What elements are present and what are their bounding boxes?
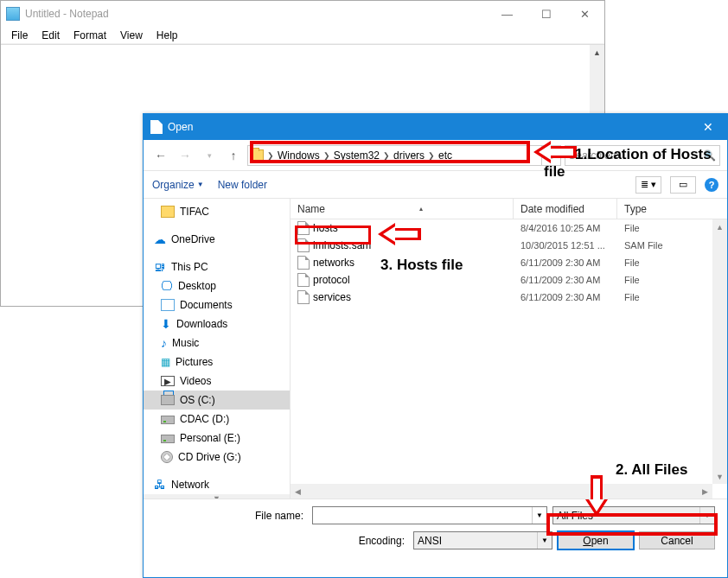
- menu-format[interactable]: Format: [67, 29, 113, 41]
- newfolder-button[interactable]: New folder: [218, 179, 267, 191]
- nav-up-button[interactable]: ↑: [223, 145, 244, 166]
- scroll-up-icon[interactable]: ▲: [590, 45, 604, 60]
- cancel-button[interactable]: Cancel: [639, 531, 715, 549]
- drive-icon: [161, 416, 175, 424]
- help-icon[interactable]: ?: [705, 178, 718, 192]
- file-vscroll[interactable]: ▲ ▼: [712, 219, 727, 484]
- column-name[interactable]: Name▴: [291, 199, 514, 219]
- column-headers: Name▴ Date modified Type: [291, 199, 727, 219]
- nav-recent-button[interactable]: ▾: [199, 145, 220, 166]
- sort-asc-icon: ▴: [419, 205, 423, 213]
- close-button[interactable]: ✕: [565, 1, 604, 27]
- menu-help[interactable]: Help: [150, 29, 185, 41]
- filename-input[interactable]: ▼: [312, 506, 547, 524]
- nav-sidebar: TIFAC ☁OneDrive 🖳This PC 🖵Desktop Docume…: [144, 199, 291, 499]
- sidebar-item-personal[interactable]: Personal (E:): [144, 429, 290, 448]
- sidebar-item-music[interactable]: ♪Music: [144, 333, 290, 353]
- chevron-right-icon[interactable]: ❯: [267, 151, 274, 160]
- nav-back-button[interactable]: ←: [150, 145, 171, 166]
- scroll-left-icon[interactable]: ◀: [291, 484, 305, 499]
- menu-edit[interactable]: Edit: [35, 29, 67, 41]
- search-placeholder: Search etc: [569, 149, 618, 162]
- sidebar-item-cddrive[interactable]: CD Drive (G:): [144, 448, 290, 467]
- sidebar-item-desktop[interactable]: 🖵Desktop: [144, 276, 290, 295]
- open-dialog: Open ✕ ← → ▾ ↑ ❯ Windows ❯ System32 ❯ dr…: [143, 113, 728, 578]
- open-button[interactable]: Open: [558, 531, 634, 549]
- documents-icon: [161, 299, 175, 311]
- downloads-icon: ⬇: [161, 317, 171, 331]
- cd-icon: [161, 451, 173, 463]
- filename-label: File name:: [156, 510, 307, 522]
- column-date[interactable]: Date modified: [514, 199, 617, 219]
- desktop-icon: 🖵: [161, 279, 173, 293]
- file-row[interactable]: networks 6/11/2009 2:30 AM File: [291, 254, 727, 271]
- crumb-etc[interactable]: etc: [435, 149, 456, 162]
- minimize-button[interactable]: —: [488, 1, 527, 27]
- maximize-button[interactable]: ☐: [527, 1, 565, 27]
- sidebar-item-documents[interactable]: Documents: [144, 295, 290, 314]
- file-icon: [297, 290, 310, 304]
- sidebar-item-thispc[interactable]: 🖳This PC: [144, 257, 290, 276]
- scroll-right-icon[interactable]: ▶: [698, 484, 712, 499]
- dialog-close-button[interactable]: ✕: [688, 114, 727, 140]
- organize-button[interactable]: Organize▼: [152, 179, 204, 191]
- pictures-icon: ▦: [161, 356, 170, 368]
- search-input[interactable]: Search etc 🔍: [565, 145, 720, 166]
- crumb-drivers[interactable]: drivers: [390, 149, 428, 162]
- music-icon: ♪: [161, 336, 167, 350]
- refresh-button[interactable]: ↻: [541, 146, 560, 165]
- breadcrumb[interactable]: ❯ Windows ❯ System32 ❯ drivers ❯ etc ↻: [247, 145, 561, 166]
- file-row[interactable]: services 6/11/2009 2:30 AM File: [291, 289, 727, 306]
- chevron-down-icon[interactable]: ▼: [537, 532, 552, 549]
- notepad-titlebar[interactable]: Untitled - Notepad — ☐ ✕: [1, 1, 604, 27]
- menu-file[interactable]: File: [4, 29, 35, 41]
- file-rows: hosts 8/4/2016 10:25 AM File lmhosts.sam…: [291, 219, 727, 484]
- chevron-down-icon[interactable]: ▼: [699, 507, 714, 524]
- chevron-down-icon[interactable]: ▼: [532, 507, 546, 524]
- chevron-right-icon[interactable]: ❯: [428, 151, 435, 160]
- sidebar-item-downloads[interactable]: ⬇Downloads: [144, 314, 290, 333]
- chevron-down-icon: ▼: [197, 181, 204, 188]
- sidebar-item-network[interactable]: 🖧Network: [144, 475, 290, 494]
- encoding-select[interactable]: ANSI ▼: [413, 531, 552, 549]
- onedrive-icon: ☁: [154, 233, 166, 245]
- column-type[interactable]: Type: [617, 199, 712, 219]
- preview-pane-button[interactable]: ▭: [670, 176, 696, 194]
- sidebar-item-cdac[interactable]: CDAC (D:): [144, 410, 290, 429]
- encoding-label: Encoding:: [156, 535, 408, 547]
- file-hscroll[interactable]: ◀ ▶: [291, 484, 712, 499]
- scroll-up-icon[interactable]: ▲: [712, 219, 727, 234]
- sidebar-item-pictures[interactable]: ▦Pictures: [144, 353, 290, 372]
- dialog-toolbar: Organize▼ New folder ≣ ▾ ▭ ?: [144, 171, 727, 199]
- file-icon: [297, 238, 310, 252]
- file-type-select[interactable]: All Files ▼: [552, 506, 715, 524]
- network-icon: 🖧: [154, 478, 166, 492]
- sidebar-item-tifac[interactable]: TIFAC: [144, 202, 290, 221]
- document-icon: [150, 120, 163, 134]
- menu-view[interactable]: View: [113, 29, 150, 41]
- file-row[interactable]: protocol 6/11/2009 2:30 AM File: [291, 271, 727, 289]
- nav-forward-button[interactable]: →: [175, 145, 195, 166]
- notepad-menubar: File Edit Format View Help: [1, 27, 604, 44]
- scroll-down-icon[interactable]: ▼: [712, 469, 727, 484]
- sidebar-scroll-down[interactable]: ▼: [144, 494, 290, 499]
- chevron-right-icon[interactable]: ❯: [383, 151, 390, 160]
- sidebar-item-videos[interactable]: ▶Videos: [144, 372, 290, 391]
- crumb-windows[interactable]: Windows: [274, 149, 323, 162]
- videos-icon: ▶: [161, 376, 175, 386]
- drive-icon: [161, 435, 175, 443]
- search-icon[interactable]: 🔍: [703, 149, 716, 162]
- file-row[interactable]: hosts 8/4/2016 10:25 AM File: [291, 219, 727, 237]
- file-icon: [297, 256, 310, 270]
- file-row[interactable]: lmhosts.sam 10/30/2015 12:51 ... SAM Fil…: [291, 237, 727, 254]
- address-bar-row: ← → ▾ ↑ ❯ Windows ❯ System32 ❯ drivers ❯…: [144, 140, 727, 171]
- crumb-system32[interactable]: System32: [330, 149, 383, 162]
- dialog-titlebar[interactable]: Open ✕: [144, 114, 727, 140]
- folder-icon: [250, 149, 264, 162]
- view-options-button[interactable]: ≣ ▾: [635, 176, 661, 194]
- sidebar-item-osc[interactable]: OS (C:): [144, 391, 290, 410]
- drive-icon: [161, 395, 175, 405]
- sidebar-item-onedrive[interactable]: ☁OneDrive: [144, 230, 290, 249]
- file-icon: [297, 221, 310, 235]
- chevron-right-icon[interactable]: ❯: [323, 151, 330, 160]
